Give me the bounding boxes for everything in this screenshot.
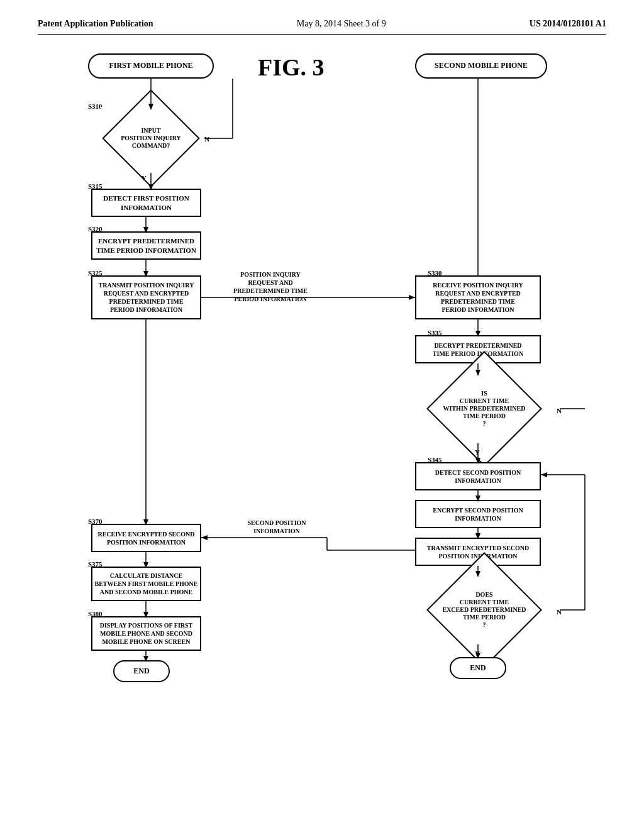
- mid-arrow2-text: SECOND POSITIONINFORMATION: [233, 519, 321, 535]
- svg-marker-35: [201, 535, 208, 540]
- s375-box: CALCULATE DISTANCEBETWEEN FIRST MOBILE P…: [91, 567, 201, 601]
- s310-text: INPUTPOSITION INQUIRYCOMMAND?: [121, 127, 181, 150]
- s370-box: RECEIVE ENCRYPTED SECONDPOSITION INFORMA…: [91, 524, 201, 552]
- s315-box: DETECT FIRST POSITIONINFORMATION: [91, 189, 201, 217]
- mid-arrow1-text: POSITION INQUIRYREQUEST ANDPREDETERMINED…: [223, 270, 318, 303]
- s315-y-label: Y: [142, 174, 147, 182]
- header-right: US 2014/0128101 A1: [530, 19, 606, 29]
- header-left: Patent Application Publication: [38, 19, 153, 29]
- end-right: END: [450, 657, 506, 679]
- s340-diamond: ISCURRENT TIMEWITHIN PREDETERMINEDTIME P…: [415, 374, 553, 443]
- second-mobile-phone: SECOND MOBILE PHONE: [415, 53, 547, 79]
- s365-n-label: N: [557, 608, 562, 616]
- s350-box: ENCRYPT SECOND POSITIONINFORMATION: [415, 500, 541, 528]
- s380-box: DISPLAY POSITIONS OF FIRSTMOBILE PHONE A…: [91, 616, 201, 651]
- page: Patent Application Publication May 8, 20…: [0, 0, 644, 830]
- s365-y-label: Y: [475, 650, 480, 657]
- s310-n-label: N: [204, 135, 209, 143]
- s325-box: TRANSMIT POSITION INQUIRYREQUEST AND ENC…: [91, 275, 201, 319]
- s345-y-label: Y: [475, 448, 480, 456]
- figure-label: FIG. 3: [258, 53, 325, 81]
- svg-marker-29: [541, 472, 547, 477]
- s340-n-label: N: [557, 407, 562, 414]
- svg-marker-11: [409, 295, 415, 300]
- diagram-area: FIG. 3 FIRST MOBILE PHONE SECOND MOBILE …: [38, 47, 606, 777]
- s345-box: DETECT SECOND POSITIONINFORMATION: [415, 462, 541, 490]
- end-left: END: [113, 660, 170, 682]
- s365-diamond: DOESCURRENT TIMEEXCEED PREDETERMINEDTIME…: [415, 575, 553, 645]
- first-mobile-phone: FIRST MOBILE PHONE: [88, 53, 214, 79]
- s310-diamond: INPUTPOSITION INQUIRYCOMMAND?: [101, 107, 201, 170]
- s365-text: DOESCURRENT TIMEEXCEED PREDETERMINEDTIME…: [442, 591, 526, 629]
- header: Patent Application Publication May 8, 20…: [38, 19, 606, 35]
- s320-box: ENCRYPT PREDETERMINEDTIME PERIOD INFORMA…: [91, 231, 201, 260]
- s340-text: ISCURRENT TIMEWITHIN PREDETERMINEDTIME P…: [443, 390, 526, 428]
- s330-box: RECEIVE POSITION INQUIRYREQUEST AND ENCR…: [415, 275, 541, 319]
- header-center: May 8, 2014 Sheet 3 of 9: [297, 19, 386, 29]
